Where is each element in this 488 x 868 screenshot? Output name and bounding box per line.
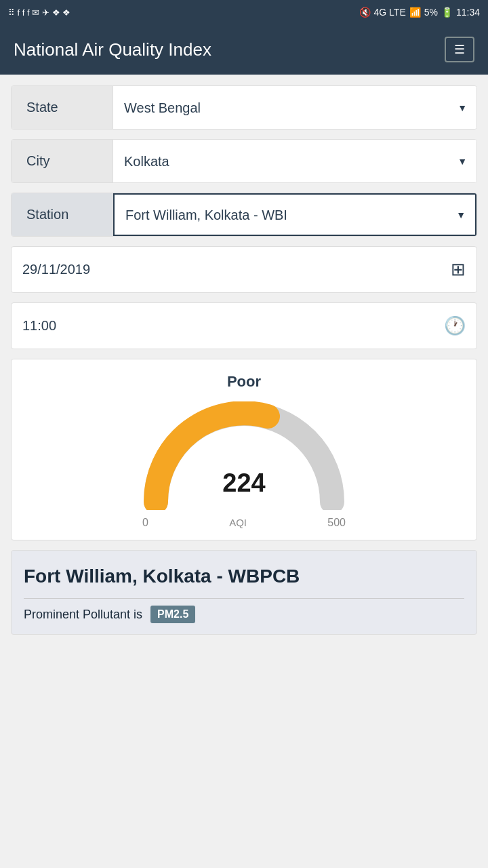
station-full-name: Fort William, Kolkata - WBPCB [24,564,464,589]
station-row: Station Fort William, Kolkata - WBI ▼ [11,193,477,237]
app-header: National Air Quality Index ☰ [0,24,488,75]
city-label: City [12,140,113,182]
status-right-info: 🔇 4G LTE 📶 5% 🔋 11:34 [359,7,480,18]
station-select-wrapper: Fort William, Kolkata - WBI ▼ [113,193,476,236]
status-bar: ⠿ f f f ✉ ✈ ❖ ❖ 🔇 4G LTE 📶 5% 🔋 11:34 [0,0,488,24]
clock-icon[interactable]: 🕐 [444,315,466,336]
gauge-max: 500 [327,517,346,529]
pollutant-badge: PM2.5 [150,606,195,623]
station-select[interactable]: Fort William, Kolkata - WBI [115,195,475,235]
date-row[interactable]: 29/11/2019 ⊞ [11,246,477,293]
time-value: 11:00 [22,318,444,334]
pollutant-text: Prominent Pollutant is [24,608,142,622]
time-row[interactable]: 11:00 🕐 [11,302,477,349]
aqi-value: 224 [222,469,265,498]
battery-icon: 🔋 [441,7,453,18]
gauge-scale: 0 AQI 500 [142,517,346,529]
state-select[interactable]: West Bengal [113,88,476,127]
time-display: 11:34 [456,7,480,18]
app-title: National Air Quality Index [14,39,211,60]
pollutant-row: Prominent Pollutant is PM2.5 [24,598,464,623]
notification-icons: ⠿ f f f ✉ ✈ ❖ ❖ [8,7,70,18]
calendar-icon[interactable]: ⊞ [451,259,466,280]
signal-icon: 📶 [409,7,421,18]
state-row: State West Bengal ▼ [11,85,477,130]
menu-button[interactable]: ☰ [445,37,474,62]
main-content: State West Bengal ▼ City Kolkata ▼ Stati… [0,75,488,646]
status-icons: ⠿ f f f ✉ ✈ ❖ ❖ [8,7,70,18]
city-row: City Kolkata ▼ [11,139,477,183]
state-label: State [12,86,113,129]
state-select-wrapper: West Bengal ▼ [113,86,476,129]
network-label: 4G LTE [374,7,406,18]
aqi-gauge: 224 [142,401,346,510]
aqi-card: Poor 224 0 AQI 500 [11,359,477,540]
gauge-mid: AQI [229,517,247,529]
city-select-wrapper: Kolkata ▼ [113,140,476,182]
city-select[interactable]: Kolkata [113,142,476,181]
aqi-status-label: Poor [25,373,463,391]
battery-label: 5% [424,7,438,18]
station-label: Station [12,193,113,236]
network-icon: 🔇 [359,7,371,18]
station-info-card: Fort William, Kolkata - WBPCB Prominent … [11,550,477,635]
date-value: 29/11/2019 [22,262,451,277]
gauge-min: 0 [142,517,148,529]
